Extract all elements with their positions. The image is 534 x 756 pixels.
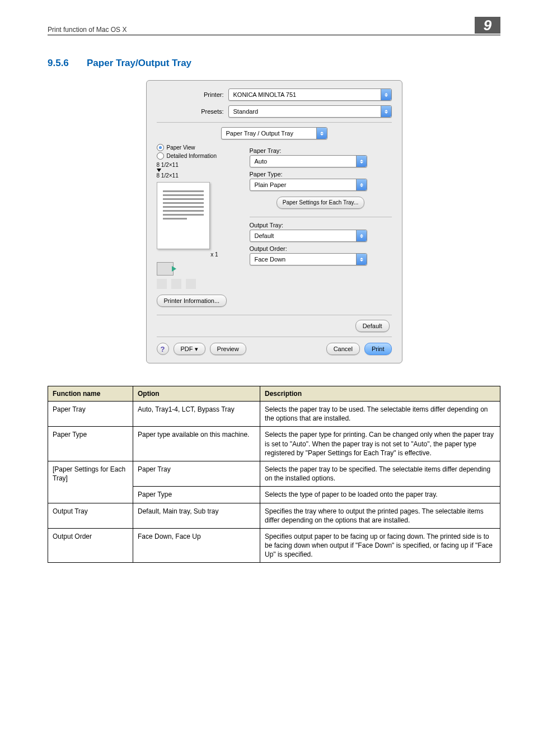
chevron-updown-icon <box>381 89 391 100</box>
page-preview <box>157 182 210 249</box>
print-button[interactable]: Print <box>364 343 392 355</box>
cell-func: Paper Tray <box>48 402 133 427</box>
th-function: Function name <box>48 386 133 402</box>
paper-type-label: Paper Type: <box>250 171 392 178</box>
cell-desc: Specifies output paper to be facing up o… <box>260 528 500 563</box>
cell-func: Output Tray <box>48 503 133 528</box>
paper-type-select[interactable]: Plain Paper <box>250 179 367 191</box>
radio-paper-view[interactable] <box>157 144 164 151</box>
cell-option: Auto, Tray1-4, LCT, Bypass Tray <box>133 402 260 427</box>
section-number: 9.5.6 <box>48 58 87 69</box>
output-order-value: Face Down <box>255 256 286 263</box>
status-icon <box>157 279 167 289</box>
cell-option: Face Down, Face Up <box>133 528 260 563</box>
chevron-updown-icon <box>356 156 367 167</box>
pane-value: Paper Tray / Output Tray <box>226 130 293 137</box>
output-tray-select[interactable]: Default <box>250 230 367 242</box>
size-bottom: 8 1/2×11 <box>157 172 241 179</box>
print-dialog: Printer: KONICA MINOLTA 751 Presets: Sta… <box>146 80 402 363</box>
paper-tray-value: Auto <box>255 158 268 165</box>
cell-func: [Paper Settings for Each Tray] <box>48 461 133 503</box>
cancel-button[interactable]: Cancel <box>326 343 360 355</box>
status-icon <box>171 279 181 289</box>
help-button[interactable]: ? <box>157 343 169 355</box>
paper-tray-label: Paper Tray: <box>250 147 392 154</box>
function-table: Function name Option Description Paper T… <box>48 386 500 563</box>
presets-label: Presets: <box>157 108 228 115</box>
section-title: 9.5.6Paper Tray/Output Tray <box>48 58 500 69</box>
cell-option: Paper type available on this machine. <box>133 427 260 461</box>
cell-desc: Selects the type of paper to be loaded o… <box>260 487 500 503</box>
table-row: Output Order Face Down, Face Up Specifie… <box>48 528 500 563</box>
chevron-updown-icon <box>356 179 367 190</box>
chevron-updown-icon <box>356 230 367 241</box>
radio-detailed-info-label: Detailed Information <box>167 153 217 159</box>
chevron-updown-icon <box>381 106 391 117</box>
pdf-menu-button[interactable]: PDF ▾ <box>174 343 205 355</box>
triangle-down-icon <box>157 169 161 172</box>
cell-option: Paper Tray <box>133 461 260 486</box>
output-tray-value: Default <box>255 232 274 239</box>
cell-func: Output Order <box>48 528 133 563</box>
table-row: Paper Type Paper type available on this … <box>48 427 500 461</box>
th-option: Option <box>133 386 260 402</box>
table-row: Output Tray Default, Main tray, Sub tray… <box>48 503 500 528</box>
cell-desc: Selects the paper tray to be used. The s… <box>260 402 500 427</box>
presets-value: Standard <box>233 108 259 115</box>
output-tray-label: Output Tray: <box>250 222 392 228</box>
paper-tray-select[interactable]: Auto <box>250 155 367 167</box>
output-order-label: Output Order: <box>250 245 392 252</box>
table-row: [Paper Settings for Each Tray] Paper Tra… <box>48 461 500 486</box>
copies-indicator: x 1 <box>157 251 218 258</box>
chevron-updown-icon <box>356 254 367 265</box>
chevron-updown-icon <box>316 128 327 139</box>
cell-option: Paper Type <box>133 487 260 503</box>
preview-button[interactable]: Preview <box>210 343 246 355</box>
cell-desc: Selects the paper type for printing. Can… <box>260 427 500 461</box>
printer-select[interactable]: KONICA MINOLTA 751 <box>228 88 392 101</box>
printer-icon <box>157 262 174 276</box>
output-order-select[interactable]: Face Down <box>250 253 367 265</box>
chapter-number: 9 <box>475 17 500 34</box>
presets-select[interactable]: Standard <box>228 105 392 118</box>
radio-detailed-info[interactable] <box>157 152 164 160</box>
cell-func: Paper Type <box>48 427 133 461</box>
th-description: Description <box>260 386 500 402</box>
paper-type-value: Plain Paper <box>255 181 287 188</box>
printer-label: Printer: <box>157 91 228 98</box>
cell-desc: Selects the paper tray to be specified. … <box>260 461 500 486</box>
printer-value: KONICA MINOLTA 751 <box>233 91 297 98</box>
cell-desc: Specifies the tray where to output the p… <box>260 503 500 528</box>
cell-option: Default, Main tray, Sub tray <box>133 503 260 528</box>
status-icon <box>186 279 196 289</box>
breadcrumb: Print function of Mac OS X <box>48 26 127 34</box>
size-top: 8 1/2×11 <box>157 162 241 168</box>
default-button[interactable]: Default <box>355 320 390 332</box>
paper-settings-each-tray-button[interactable]: Paper Settings for Each Tray... <box>277 197 364 209</box>
printer-information-button[interactable]: Printer Information... <box>157 295 227 307</box>
pane-select[interactable]: Paper Tray / Output Tray <box>221 127 327 139</box>
section-name: Paper Tray/Output Tray <box>87 58 191 68</box>
table-row: Paper Tray Auto, Tray1-4, LCT, Bypass Tr… <box>48 402 500 427</box>
radio-paper-view-label: Paper View <box>167 144 195 151</box>
